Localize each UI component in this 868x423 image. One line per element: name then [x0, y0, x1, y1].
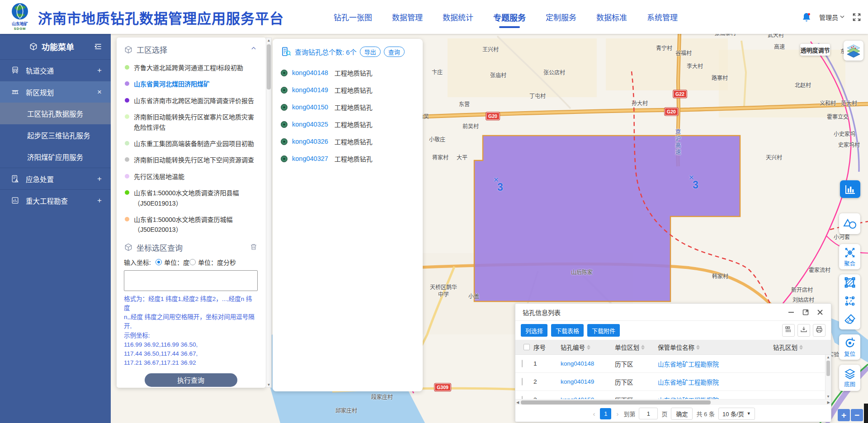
trash-icon[interactable]	[250, 243, 258, 251]
page-size-select[interactable]: 10 条/页 ▼	[718, 408, 755, 420]
sidebar-item[interactable]: 重大工程勘查 +	[0, 189, 111, 211]
export-button[interactable]: 导出	[360, 47, 381, 57]
sidebar-item-toggle[interactable]: +	[97, 66, 102, 75]
page-number-current[interactable]: 1	[600, 408, 611, 419]
borehole-cluster-marker[interactable]: ✕3	[689, 175, 698, 189]
borehole-cluster-marker[interactable]: ✕3	[493, 178, 503, 191]
basemap-button[interactable]: 底图	[839, 365, 860, 391]
borehole-id-link[interactable]: kong040325	[292, 121, 328, 128]
cell-org[interactable]: 山东省地矿工程勘察院	[658, 395, 773, 400]
print-button[interactable]	[813, 324, 826, 337]
unit-radio[interactable]: 单位：度	[156, 258, 189, 267]
table-column-header[interactable]: 保管单位名称	[658, 343, 773, 352]
row-checkbox[interactable]	[522, 378, 523, 385]
cell-org[interactable]: 山东省地矿工程勘察院	[658, 359, 773, 368]
scrollbar-thumb[interactable]	[521, 400, 711, 404]
reset-view-button[interactable]: 复位	[839, 334, 860, 360]
sort-icon[interactable]	[799, 345, 803, 350]
cell-borehole-id[interactable]: kong040149	[561, 378, 615, 385]
coordinates-textarea[interactable]	[124, 270, 258, 291]
table-row[interactable]: 1 kong040148 历下区 山东省地矿工程勘察院	[515, 355, 831, 373]
sort-icon[interactable]	[587, 345, 590, 350]
borehole-id-link[interactable]: kong040149	[292, 86, 328, 94]
table-button[interactable]: 下载附件	[587, 324, 620, 337]
zoom-in-button[interactable]: +	[838, 409, 850, 421]
borehole-list-item[interactable]: kong040150 工程地质钻孔	[281, 99, 415, 116]
select-all-checkbox[interactable]	[524, 344, 530, 350]
sidebar-item[interactable]: 起步区三维钻孔服务	[0, 124, 111, 146]
nav-item[interactable]: 数据统计	[443, 11, 473, 23]
workarea-list-item[interactable]: 山东省黄河北煤田济阳煤矿	[124, 76, 258, 92]
table-column-header[interactable]	[515, 344, 533, 350]
basemap-switcher-thumbnail[interactable]	[844, 41, 863, 61]
workarea-list-item[interactable]: 先行区浅层地温能	[124, 169, 258, 185]
sidebar-item[interactable]: 新区规划 ×	[0, 81, 111, 103]
goto-page-input[interactable]	[639, 408, 658, 419]
streetview-control-partial[interactable]	[864, 404, 868, 423]
nav-item[interactable]: 数据标准	[596, 11, 627, 23]
column-settings-button[interactable]	[782, 324, 795, 337]
nav-item[interactable]: 专题服务	[493, 11, 526, 23]
nav-item[interactable]: 钻孔一张图	[334, 11, 372, 23]
sidebar-item-toggle[interactable]: +	[97, 174, 102, 183]
query-button[interactable]: 查询	[384, 47, 405, 57]
sort-icon[interactable]	[696, 345, 700, 350]
borehole-list-item[interactable]: kong040326 工程地质钻孔	[281, 133, 415, 150]
table-vertical-scrollbar[interactable]: ▲▼	[825, 355, 831, 399]
minimize-icon[interactable]	[788, 309, 795, 316]
cluster-toggle-button[interactable]: 聚合	[839, 244, 860, 269]
workarea-scrollbar[interactable]: ▲ ▼	[266, 38, 272, 388]
borehole-id-link[interactable]: kong040327	[292, 155, 328, 162]
collapse-menu-icon[interactable]	[94, 42, 103, 51]
polygon-select-icon[interactable]	[844, 276, 856, 291]
workarea-list-item[interactable]: 山东重工集团高端装备制造产业园项目初勘	[124, 136, 258, 152]
cell-borehole-id[interactable]: kong040148	[561, 360, 615, 367]
nav-item[interactable]: 系统管理	[647, 11, 678, 23]
borehole-id-link[interactable]: kong040150	[292, 103, 328, 111]
sidebar-item[interactable]: 工区钻孔数据服务	[0, 103, 111, 124]
table-column-header[interactable]: 序号	[533, 343, 561, 352]
chevron-up-icon[interactable]	[250, 45, 258, 51]
sidebar-item[interactable]: 济阳煤矿应用服务	[0, 146, 111, 168]
unit-radio[interactable]: 单位：度分秒	[189, 258, 236, 267]
workarea-list-item[interactable]: 济南新旧动能转换先行区地下空间资源调查	[124, 152, 258, 168]
workarea-list-item[interactable]: 山东省1:50000水文地质调查历城幅（J50E020013）	[124, 212, 258, 238]
table-column-header[interactable]: 钻孔区划	[773, 343, 831, 352]
table-horizontal-scrollbar[interactable]: ◀ ▶	[515, 399, 831, 405]
next-page-arrow[interactable]: ›	[615, 410, 620, 418]
table-row[interactable]: 3 kong040150 历下区 山东省地矿工程勘察院	[515, 391, 831, 399]
statistics-chart-button[interactable]	[840, 180, 860, 198]
sidebar-item-toggle[interactable]: +	[97, 196, 102, 205]
borehole-list-item[interactable]: kong040149 工程地质钻孔	[281, 81, 415, 99]
draw-shapes-button[interactable]	[839, 213, 860, 234]
zoom-out-button[interactable]: −	[851, 409, 863, 421]
table-row[interactable]: 2 kong040149 历下区 山东省地矿工程勘察院	[515, 373, 831, 391]
sort-icon[interactable]	[641, 345, 645, 350]
prev-page-arrow[interactable]: ‹	[591, 410, 596, 418]
maximize-icon[interactable]	[802, 309, 809, 316]
table-button[interactable]: 下载表格	[551, 324, 584, 337]
sidebar-item[interactable]: 轨道交通 +	[0, 59, 111, 81]
borehole-id-link[interactable]: kong040148	[292, 69, 328, 76]
workarea-list-item[interactable]: 山东省济南市北跨区地面沉降调查评价报告	[124, 93, 258, 109]
cell-org[interactable]: 山东省地矿工程勘察院	[658, 377, 773, 386]
node-select-icon[interactable]	[844, 295, 856, 309]
workarea-list-item[interactable]: 济南新旧动能转换先行区崔寨片区地质灾害危险性评估	[124, 109, 258, 136]
workarea-list-item[interactable]: 齐鲁大道北延跨黄河通道工程I标段初勘	[124, 60, 258, 76]
notification-bell-icon[interactable]	[801, 12, 812, 23]
close-icon[interactable]	[816, 309, 824, 316]
nav-item[interactable]: 定制服务	[546, 11, 576, 23]
workarea-list-item[interactable]: 山东省1:50000水文地质调查济阳县幅（J50E019013）	[124, 185, 258, 212]
nav-item[interactable]: 数据管理	[392, 11, 423, 23]
export-table-button[interactable]	[797, 324, 810, 337]
table-column-header[interactable]: 钻孔编号	[561, 343, 615, 352]
user-menu[interactable]: 管理员	[819, 13, 844, 22]
borehole-list-item[interactable]: kong040148 工程地质钻孔	[281, 64, 415, 81]
opacity-adjust-button[interactable]: 透明度调节	[800, 44, 830, 56]
borehole-list-item[interactable]: kong040325 工程地质钻孔	[281, 116, 415, 133]
table-button[interactable]: 列选择	[521, 324, 547, 337]
clear-broom-icon[interactable]	[844, 313, 856, 328]
scrollbar-thumb[interactable]	[267, 44, 271, 89]
row-checkbox[interactable]	[522, 360, 523, 367]
row-checkbox[interactable]	[522, 396, 523, 399]
